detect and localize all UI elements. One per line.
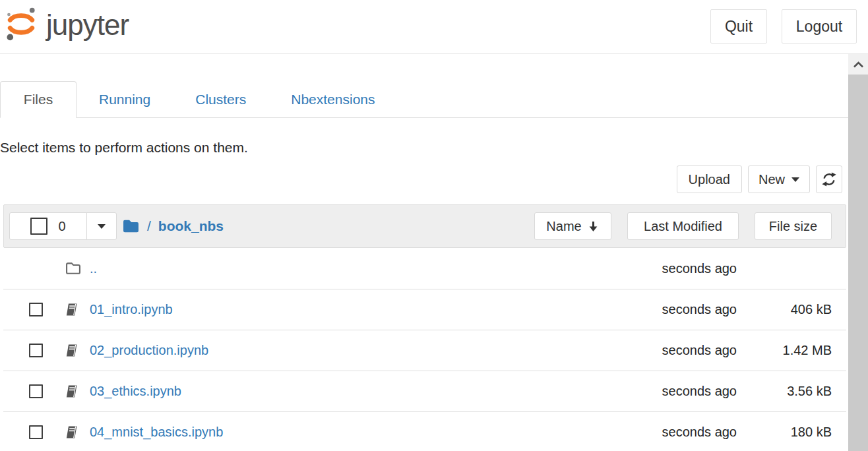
sort-by-modified-button[interactable]: Last Modified	[627, 212, 739, 240]
table-row-parent-folder: .. seconds ago	[3, 248, 846, 289]
notebook-file-link[interactable]: 03_ethics.ipynb	[90, 384, 181, 399]
tab-running[interactable]: Running	[77, 81, 173, 117]
file-size: 406 kB	[737, 302, 832, 317]
row-checkbox[interactable]	[29, 425, 43, 439]
modified-time: seconds ago	[662, 343, 737, 358]
selected-count: 0	[58, 219, 65, 234]
vertical-scrollbar[interactable]	[848, 54, 868, 451]
file-list-header: 0 / book_nbs Name Last Modified File siz…	[3, 204, 846, 248]
new-dropdown-button[interactable]: New	[748, 165, 810, 193]
folder-icon[interactable]	[122, 218, 140, 234]
tab-bar: Files Running Clusters Nbextensions	[0, 81, 848, 118]
file-size: 3.56 kB	[737, 384, 832, 399]
sort-name-label: Name	[546, 219, 581, 234]
checkbox-slot	[29, 384, 65, 398]
modified-time: seconds ago	[662, 261, 737, 276]
notebook-file-link[interactable]: 04_mnist_basics.ipynb	[90, 425, 223, 440]
checkbox-slot	[29, 303, 65, 316]
breadcrumb: / book_nbs	[122, 218, 224, 234]
quit-button[interactable]: Quit	[710, 9, 767, 44]
modified-time: seconds ago	[662, 425, 737, 440]
refresh-button[interactable]	[816, 165, 842, 193]
refresh-icon	[822, 172, 836, 187]
logout-button[interactable]: Logout	[782, 9, 857, 44]
sort-by-size-button[interactable]: File size	[755, 212, 832, 240]
select-all-button-group: 0	[9, 212, 117, 240]
action-toolbar: Upload New	[0, 165, 848, 193]
row-checkbox[interactable]	[29, 384, 43, 398]
breadcrumb-separator: /	[147, 218, 151, 234]
app-header: jupyter Quit Logout	[0, 0, 868, 54]
modified-time: seconds ago	[662, 384, 737, 399]
select-all-checkbox[interactable]	[30, 218, 47, 235]
select-filter-dropdown-button[interactable]	[86, 212, 117, 240]
notebook-file-link[interactable]: 01_intro.ipynb	[90, 302, 173, 317]
caret-down-icon	[791, 177, 799, 182]
chevron-up-icon	[853, 61, 864, 68]
notebook-icon	[65, 302, 82, 317]
row-checkbox[interactable]	[29, 344, 43, 357]
folder-outline-icon	[65, 261, 82, 276]
breadcrumb-current-folder[interactable]: book_nbs	[158, 218, 224, 234]
jupyter-logo[interactable]: jupyter	[4, 5, 129, 45]
main-content: Files Running Clusters Nbextensions Sele…	[0, 54, 848, 451]
scrollbar-thumb[interactable]	[848, 75, 868, 451]
modified-time: seconds ago	[662, 302, 737, 317]
sort-buttons: Name Last Modified File size	[534, 212, 832, 240]
table-row-notebook: 03_ethics.ipynb seconds ago 3.56 kB	[3, 371, 846, 411]
notebook-icon	[65, 343, 82, 358]
row-checkbox[interactable]	[29, 303, 43, 316]
notebook-file-link[interactable]: 02_production.ipynb	[90, 343, 208, 358]
upload-button[interactable]: Upload	[677, 165, 742, 193]
parent-folder-link[interactable]: ..	[90, 261, 97, 276]
sort-by-name-button[interactable]: Name	[534, 212, 611, 240]
notebook-icon	[65, 425, 82, 440]
file-size: 180 kB	[737, 425, 832, 440]
caret-down-icon	[98, 224, 106, 229]
file-list: .. seconds ago 01_intro.ipynb seconds ag…	[3, 248, 846, 451]
new-dropdown-label: New	[759, 172, 785, 187]
notebook-icon	[65, 384, 82, 399]
checkbox-slot	[29, 344, 65, 357]
table-row-notebook: 04_mnist_basics.ipynb seconds ago 180 kB	[3, 411, 846, 451]
tab-clusters[interactable]: Clusters	[173, 81, 268, 117]
tab-files[interactable]: Files	[0, 81, 77, 118]
table-row-notebook: 02_production.ipynb seconds ago 1.42 MB	[3, 330, 846, 371]
checkbox-slot	[29, 425, 65, 439]
arrow-down-icon	[587, 220, 600, 233]
table-row-notebook: 01_intro.ipynb seconds ago 406 kB	[3, 289, 846, 330]
tab-nbextensions[interactable]: Nbextensions	[268, 81, 397, 117]
select-all-button[interactable]: 0	[9, 212, 87, 240]
jupyter-logo-icon	[4, 5, 38, 45]
scrollbar-up-button[interactable]	[848, 54, 868, 75]
jupyter-logo-text: jupyter	[46, 9, 129, 42]
file-size: 1.42 MB	[737, 343, 832, 358]
select-items-notice: Select items to perform actions on them.	[0, 140, 848, 156]
